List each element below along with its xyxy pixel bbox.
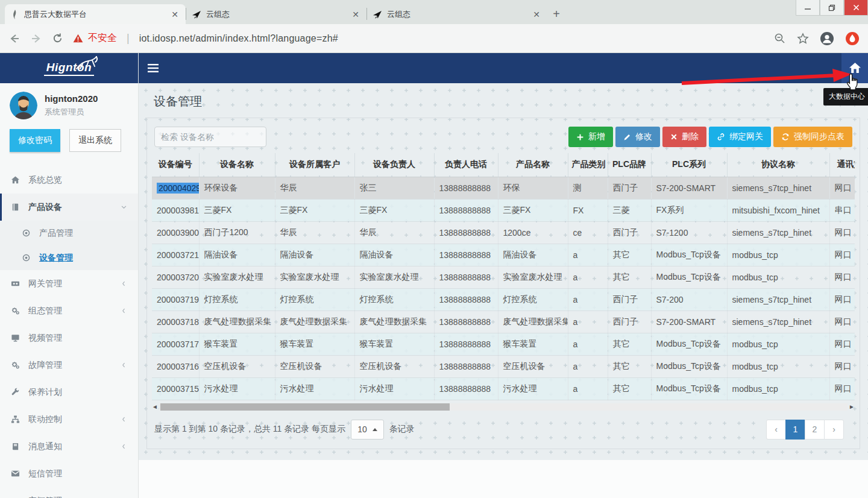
table-row[interactable]: 200003716空压机设备空压机设备空压机设备13888888888空压机设备… (152, 355, 855, 377)
url-divider: | (127, 32, 130, 45)
table-row[interactable]: 200003717猴车装置猴车装置猴车装置13888888888猴车装置a其它M… (152, 333, 855, 355)
table-cell: 废气处理数据采集 (199, 310, 275, 333)
page-button-›[interactable]: › (824, 420, 844, 440)
link-icon (717, 133, 725, 141)
hamburger-menu-icon[interactable] (148, 63, 160, 73)
sidebar-item-短信管理[interactable]: 短信管理 (0, 460, 138, 487)
page-size-select[interactable]: 10 (351, 420, 384, 440)
scroll-right-icon[interactable]: ► (849, 403, 855, 410)
column-header[interactable]: 协议名称 (727, 153, 829, 177)
tab-close-icon[interactable]: ✕ (351, 10, 360, 19)
table-cell: 西门子 (608, 221, 651, 244)
table-row[interactable]: 200003715污水处理污水处理污水处理13888888888污水处理a其它M… (152, 377, 855, 400)
table-cell: 网口 (829, 377, 855, 400)
sidebar-item-系统总览[interactable]: 系统总览 (0, 166, 138, 194)
table-cell: mitsubishi_fxcom_hinet (727, 199, 829, 221)
search-input[interactable] (154, 127, 266, 147)
browser-tab[interactable]: 云组态✕ (186, 4, 366, 24)
table-cell: 西门子 (608, 288, 651, 310)
column-header[interactable]: 设备名称 (199, 153, 275, 177)
minimize-button[interactable] (796, 0, 820, 16)
sidebar-item-视频管理[interactable]: 视频管理 (0, 324, 138, 351)
page-button-1[interactable]: 1 (785, 420, 805, 440)
table-cell: 13888888888 (434, 199, 498, 221)
绑定网关-button[interactable]: 绑定网关 (709, 127, 771, 147)
sidebar-item-消息通知[interactable]: 消息通知 (0, 433, 138, 460)
new-tab-button[interactable]: + (547, 5, 565, 23)
column-header[interactable]: 设备编号 (152, 153, 199, 177)
plus-icon (576, 133, 584, 141)
panel-toolbar: 新增修改删除绑定网关强制同步点表 (154, 127, 852, 147)
security-indicator[interactable]: 不安全 (73, 32, 117, 45)
horizontal-scrollbar: ◄ ► (152, 402, 855, 412)
scrollbar-thumb[interactable] (160, 403, 450, 411)
column-header[interactable]: 设备所属客户 (275, 153, 354, 177)
column-header[interactable]: 设备负责人 (354, 153, 434, 177)
table-cell: 西门子 (608, 177, 651, 199)
warning-triangle-icon (73, 34, 83, 43)
browser-logo-icon[interactable] (845, 31, 860, 46)
tab-close-icon[interactable]: ✕ (532, 10, 541, 19)
新增-button[interactable]: 新增 (568, 127, 613, 147)
sidebar-item-网关管理[interactable]: 网关管理 (0, 270, 138, 297)
table-cell: 实验室废水处理 (498, 266, 568, 288)
table-cell: a (568, 266, 608, 288)
scrollbar-track[interactable] (159, 403, 848, 411)
home-button[interactable] (841, 53, 868, 83)
change-password-button[interactable]: 修改密码 (10, 129, 60, 152)
修改-button[interactable]: 修改 (615, 127, 660, 147)
sidebar-item-label: 设备管理 (39, 253, 73, 263)
table-row[interactable]: 200003718废气处理数据采集废气处理数据采集废气处理数据采集1388888… (152, 310, 855, 333)
sidebar-item-故障管理[interactable]: 故障管理 (0, 351, 138, 379)
sidebar-item-产品设备[interactable]: 产品设备 (0, 194, 138, 221)
table-cell: 灯控系统 (498, 288, 568, 310)
username: hignton2020 (45, 93, 98, 104)
app-window: Hignton hignton2020 系统管理员 修改密码 退出系统 系统总 (0, 53, 868, 498)
table-row[interactable]: 200004029环保设备华辰张三13888888888环保测西门子S7-200… (152, 177, 855, 199)
sidebar-item-产品管理[interactable]: 产品管理 (0, 221, 138, 245)
table-row[interactable]: 200003719灯控系统灯控系统灯控系统13888888888灯控系统a西门子… (152, 288, 855, 310)
table-row[interactable]: 200003721隔油设备隔油设备隔油设备13888888888隔油设备a其它M… (152, 244, 855, 266)
强制同步点表-button[interactable]: 强制同步点表 (773, 127, 852, 147)
tab-close-icon[interactable]: ✕ (170, 10, 180, 19)
column-header[interactable]: 负责人电话 (434, 153, 498, 177)
page-button-2[interactable]: 2 (805, 420, 825, 440)
forward-icon[interactable] (30, 33, 42, 45)
star-icon[interactable] (797, 33, 809, 45)
sidebar-item-联动控制[interactable]: 联动控制 (0, 406, 138, 433)
table-row[interactable]: 200003900西门子1200华辰华辰138888888881200cece西… (152, 221, 855, 244)
x-icon (670, 133, 678, 140)
删除-button[interactable]: 删除 (662, 127, 706, 147)
browser-tab[interactable]: 思普云大数据平台✕ (5, 4, 186, 24)
table-cell: 测 (568, 177, 608, 199)
sidebar-item-组态管理[interactable]: 组态管理 (0, 297, 138, 324)
table-cell: 200003717 (152, 333, 199, 355)
browser-tab[interactable]: 云组态✕ (366, 4, 547, 24)
column-header[interactable]: PLC品牌 (608, 153, 651, 177)
avatar[interactable] (10, 92, 37, 119)
table-row[interactable]: 200003720实验室废水处理实验室废水处理实验室废水处理1388888888… (152, 266, 855, 288)
column-header[interactable]: 产品类别 (568, 153, 608, 177)
table-cell: 隔油设备 (275, 244, 354, 266)
column-header[interactable]: PLC系列 (651, 153, 727, 177)
table-row[interactable]: 200003981三菱FX三菱FX三菱FX13888888888三菱FXFX三菱… (152, 199, 855, 221)
table-cell: ce (568, 221, 608, 244)
zoom-out-icon[interactable] (774, 33, 786, 45)
restore-button[interactable] (820, 0, 844, 16)
scroll-left-icon[interactable]: ◄ (152, 403, 158, 410)
column-header[interactable]: 产品名称 (498, 153, 568, 177)
logout-button[interactable]: 退出系统 (69, 129, 121, 152)
table-cell: 实验室废水处理 (275, 266, 354, 288)
page-button-‹[interactable]: ‹ (766, 420, 786, 440)
sidebar-item-设备管理[interactable]: 设备管理 (0, 245, 138, 270)
address-bar[interactable]: iot.idosp.net/admin/index.html?language=… (139, 33, 338, 44)
sidebar-item-保养计划[interactable]: 保养计划 (0, 379, 138, 406)
profile-icon[interactable] (820, 31, 834, 46)
sidebar-item-空间管理[interactable]: 空间管理 (0, 487, 138, 498)
table-cell: 13888888888 (434, 177, 498, 199)
close-button[interactable] (844, 0, 868, 16)
reload-icon[interactable] (52, 33, 63, 44)
back-icon[interactable] (8, 33, 20, 45)
column-header[interactable]: 通讯方式 (829, 153, 855, 177)
table-cell: 污水处理 (498, 377, 568, 400)
